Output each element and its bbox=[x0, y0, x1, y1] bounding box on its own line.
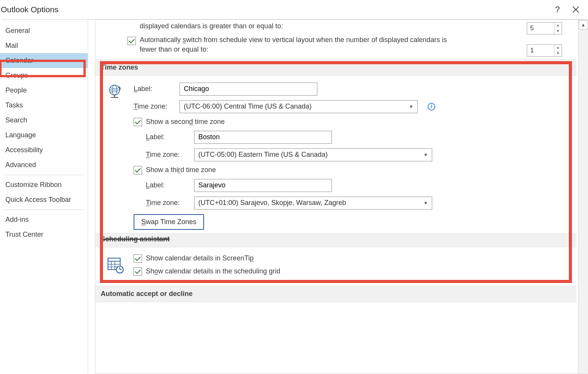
sidebar-item-mail[interactable]: Mail bbox=[0, 38, 88, 53]
sidebar-item-accessibility[interactable]: Accessibility bbox=[0, 143, 88, 158]
sidebar-separator bbox=[4, 210, 84, 210]
sidebar-item-label: Customize Ribbon bbox=[5, 181, 62, 189]
sidebar-item-label: Language bbox=[5, 131, 36, 139]
sidebar-item-groups[interactable]: Groups bbox=[0, 68, 88, 83]
globe-icon bbox=[106, 83, 124, 230]
sidebar-item-label: Advanced bbox=[5, 161, 36, 169]
chevron-down-icon: ▼ bbox=[409, 104, 413, 109]
sidebar-item-trust-center[interactable]: Trust Center bbox=[0, 227, 88, 242]
primary-tz-label-input[interactable] bbox=[180, 83, 317, 96]
show-third-tz-checkbox[interactable] bbox=[134, 166, 142, 174]
sidebar-item-advanced[interactable]: Advanced bbox=[0, 158, 88, 172]
chevron-up-icon[interactable]: ▲ bbox=[554, 45, 562, 50]
sidebar-item-addins[interactable]: Add-ins bbox=[0, 212, 88, 227]
display-setting-text-partial: displayed calendars is greater than or e… bbox=[140, 21, 283, 31]
sidebar-item-label: Trust Center bbox=[5, 231, 43, 238]
close-icon bbox=[572, 6, 579, 13]
sidebar-item-quick-access[interactable]: Quick Access Toolbar bbox=[0, 192, 88, 207]
show-third-tz-label: Show a third time zone bbox=[146, 166, 216, 174]
third-tz-select[interactable]: (UTC+01:00) Sarajevo, Skopje, Warsaw, Za… bbox=[194, 197, 432, 210]
screentip-label: Show calendar details in ScreenTip bbox=[146, 254, 254, 262]
spinner-value: 5 bbox=[527, 24, 554, 32]
sidebar-item-calendar[interactable]: Calendar bbox=[0, 53, 88, 68]
schedule-threshold-spinner-2[interactable]: 1 ▲▼ bbox=[527, 44, 562, 57]
schedule-threshold-spinner-1[interactable]: 5 ▲▼ bbox=[527, 22, 562, 34]
sidebar-item-label: Calendar bbox=[5, 57, 33, 64]
calendar-clock-icon bbox=[106, 254, 124, 280]
sidebar-item-label: General bbox=[5, 27, 30, 34]
sidebar-item-label: Quick Access Toolbar bbox=[5, 196, 71, 203]
second-tz-label-input[interactable] bbox=[194, 131, 332, 144]
section-heading-auto-accept: Automatic accept or decline bbox=[95, 286, 577, 302]
chevron-down-icon[interactable]: ▼ bbox=[554, 28, 562, 34]
vertical-scrollbar[interactable]: ▲ bbox=[578, 20, 588, 373]
select-value: (UTC-05:00) Eastern Time (US & Canada) bbox=[198, 151, 328, 159]
chevron-down-icon: ▼ bbox=[423, 152, 428, 158]
sidebar-item-label: Mail bbox=[5, 42, 18, 49]
sidebar-item-people[interactable]: People bbox=[0, 83, 88, 98]
select-value: (UTC-06:00) Central Time (US & Canada) bbox=[184, 102, 312, 111]
spinner-value: 1 bbox=[527, 47, 554, 54]
info-icon[interactable]: i bbox=[428, 103, 435, 111]
sidebar-item-search[interactable]: Search bbox=[0, 113, 88, 128]
auto-switch-checkbox[interactable] bbox=[127, 37, 136, 45]
sidebar-item-label: Groups bbox=[5, 72, 28, 79]
sidebar-item-label: People bbox=[5, 86, 27, 94]
sidebar-item-language[interactable]: Language bbox=[0, 128, 88, 143]
swap-timezones-button[interactable]: Swap Time Zones bbox=[134, 214, 204, 230]
scheduling-grid-label: Show calendar details in the scheduling … bbox=[146, 267, 280, 275]
chevron-up-icon[interactable]: ▲ bbox=[554, 23, 562, 28]
close-button[interactable] bbox=[567, 2, 585, 17]
sidebar: General Mail Calendar Groups People Task… bbox=[0, 20, 88, 374]
sidebar-item-tasks[interactable]: Tasks bbox=[0, 98, 88, 113]
second-tz-select[interactable]: (UTC-05:00) Eastern Time (US & Canada) ▼ bbox=[194, 148, 432, 161]
help-button[interactable]: ? bbox=[548, 2, 567, 17]
scroll-up-arrow-icon[interactable]: ▲ bbox=[579, 20, 588, 29]
sidebar-item-customize-ribbon[interactable]: Customize Ribbon bbox=[0, 177, 88, 192]
window-title: Outlook Options bbox=[0, 5, 548, 14]
sidebar-separator bbox=[4, 175, 84, 175]
sidebar-item-label: Search bbox=[5, 116, 27, 124]
sidebar-item-label: Tasks bbox=[5, 101, 23, 109]
chevron-down-icon: ▼ bbox=[423, 200, 428, 206]
auto-switch-label: Automatically switch from schedule view … bbox=[140, 35, 454, 54]
chevron-down-icon[interactable]: ▼ bbox=[554, 50, 562, 56]
show-second-tz-label: Show a second time zone bbox=[146, 118, 225, 126]
sidebar-item-general[interactable]: General bbox=[0, 23, 88, 38]
primary-tz-select[interactable]: (UTC-06:00) Central Time (US & Canada) ▼ bbox=[180, 100, 418, 113]
screentip-checkbox[interactable] bbox=[134, 254, 142, 263]
scheduling-grid-checkbox[interactable] bbox=[134, 267, 142, 276]
titlebar: Outlook Options ? bbox=[0, 0, 588, 19]
section-heading-timezones: Time zones bbox=[95, 59, 577, 76]
third-tz-label-input[interactable] bbox=[194, 179, 332, 192]
select-value: (UTC+01:00) Sarajevo, Skopje, Warsaw, Za… bbox=[198, 199, 346, 207]
sidebar-item-label: Add-ins bbox=[5, 216, 29, 223]
show-second-tz-checkbox[interactable] bbox=[134, 118, 142, 126]
section-heading-scheduling: Scheduling assistant bbox=[95, 233, 577, 247]
sidebar-item-label: Accessibility bbox=[5, 146, 43, 154]
